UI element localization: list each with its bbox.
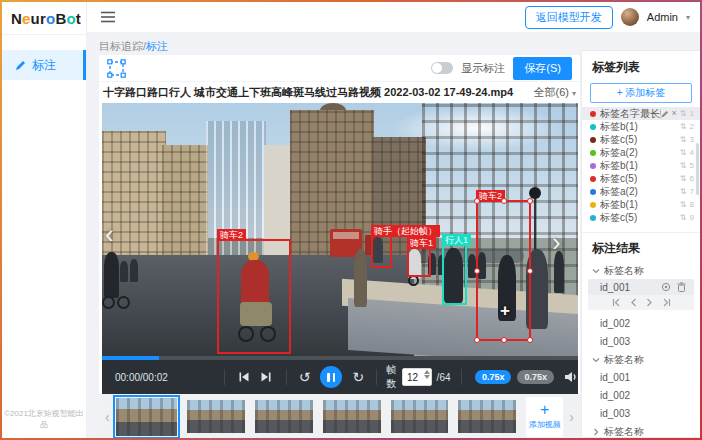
result-group-header[interactable]: 标签名称 bbox=[582, 352, 700, 367]
volume-icon[interactable] bbox=[564, 371, 578, 383]
frame-stepper[interactable] bbox=[424, 370, 430, 379]
video-frame-image[interactable]: 骑车2 骑手（起始帧） 骑车1 行人1 骑车2 bbox=[102, 103, 578, 356]
rewind-10-icon[interactable]: ↺ bbox=[299, 369, 311, 385]
result-group-header[interactable]: 标签名称 bbox=[582, 263, 700, 278]
prev-icon[interactable] bbox=[630, 298, 637, 307]
video-thumbnail-selected[interactable] bbox=[116, 398, 178, 436]
step-down-icon[interactable] bbox=[424, 375, 430, 379]
label-list-item[interactable]: 标签b(1) ⇅2 bbox=[582, 120, 700, 133]
sort-icon[interactable]: ⇅ bbox=[680, 174, 687, 183]
sort-icon[interactable]: ⇅ bbox=[680, 213, 687, 222]
sort-icon[interactable]: ⇅ bbox=[680, 122, 687, 131]
result-item[interactable]: id_001 bbox=[582, 369, 700, 385]
annotation-box[interactable]: 骑手（起始帧） bbox=[371, 235, 392, 268]
add-label-button[interactable]: + 添加标签 bbox=[590, 83, 692, 103]
label-name: 标签名字最长数... bbox=[600, 107, 661, 121]
label-list-item[interactable]: 标签b(1) ⇅8 bbox=[582, 198, 700, 211]
speed-button-active[interactable]: 0.75x bbox=[475, 370, 512, 384]
back-to-model-dev-button[interactable]: 返回模型开发 bbox=[525, 6, 613, 29]
forward-10-icon[interactable]: ↻ bbox=[352, 369, 364, 385]
save-button[interactable]: 保存(S) bbox=[513, 57, 572, 80]
prev-frame-button[interactable] bbox=[238, 371, 250, 383]
scene-person bbox=[354, 249, 367, 307]
app-window: NeuroBot 标注 ©2021北京矩视智能出品 返回模型开发 Admin ▾… bbox=[0, 0, 702, 440]
sort-icon[interactable]: ⇅ bbox=[680, 187, 687, 196]
result-item[interactable]: id_002 bbox=[582, 315, 700, 331]
toggle-knob bbox=[432, 63, 442, 73]
logo-part: e bbox=[22, 10, 31, 27]
crosshair-cursor: + bbox=[500, 301, 510, 321]
label-name: 标签a(2) bbox=[600, 146, 638, 160]
username[interactable]: Admin bbox=[647, 11, 678, 23]
prev-frame-arrow[interactable]: ‹ bbox=[105, 221, 114, 247]
result-item-selected[interactable]: id_001 bbox=[588, 279, 694, 295]
trash-icon[interactable] bbox=[677, 282, 686, 292]
video-thumbnail[interactable] bbox=[391, 400, 449, 433]
breadcrumb-current[interactable]: 标注 bbox=[146, 40, 168, 52]
resize-handle[interactable] bbox=[527, 198, 533, 204]
resize-handle[interactable] bbox=[527, 268, 533, 274]
label-list-item[interactable]: 标签c(5) ⇅3 bbox=[582, 133, 700, 146]
edit-icon[interactable] bbox=[661, 110, 669, 118]
video-title: 十字路口路口行人 城市交通上下班高峰斑马线过马路视频 2022-03-02 17… bbox=[103, 85, 513, 100]
label-list-item[interactable]: 标签b(1) ⇅5 bbox=[582, 159, 700, 172]
delete-icon[interactable]: × bbox=[672, 109, 677, 118]
video-thumbnail[interactable] bbox=[323, 400, 381, 433]
next-icon[interactable] bbox=[646, 298, 653, 307]
resize-handle[interactable] bbox=[474, 337, 480, 343]
sort-icon[interactable]: ⇅ bbox=[680, 109, 687, 118]
resize-handle[interactable] bbox=[527, 337, 533, 343]
rect-select-tool[interactable] bbox=[107, 59, 126, 78]
annotation-box[interactable]: 骑车1 bbox=[407, 247, 431, 277]
video-thumbnail[interactable] bbox=[255, 400, 313, 433]
avatar[interactable] bbox=[621, 8, 639, 26]
resize-handle[interactable] bbox=[474, 198, 480, 204]
last-frame-icon[interactable] bbox=[662, 298, 671, 307]
label-name: 标签b(1) bbox=[600, 198, 638, 212]
sort-icon[interactable]: ⇅ bbox=[680, 135, 687, 144]
label-list-item[interactable]: 标签名字最长数... × ⇅ 1 bbox=[582, 107, 700, 120]
label-list-item[interactable]: 标签c(5) ⇅6 bbox=[582, 172, 700, 185]
resize-handle[interactable] bbox=[501, 198, 507, 204]
annotation-box[interactable]: 行人1 bbox=[442, 244, 467, 305]
result-item[interactable]: id_003 bbox=[582, 333, 700, 349]
first-frame-icon[interactable] bbox=[612, 298, 621, 307]
sidebar-item-annotate[interactable]: 标注 bbox=[2, 50, 86, 80]
sort-icon[interactable]: ⇅ bbox=[680, 161, 687, 170]
scene-bus-windows bbox=[333, 232, 359, 239]
next-frame-arrow[interactable]: › bbox=[552, 229, 561, 255]
annotation-box[interactable]: 骑车2 bbox=[217, 239, 291, 354]
label-list-item[interactable]: 标签c(5) ⇅9 bbox=[582, 211, 700, 224]
filter-dropdown[interactable]: 全部(6) ▾ bbox=[533, 85, 576, 100]
result-item[interactable]: id_002 bbox=[582, 387, 700, 403]
video-controls: 00:00/00:02 ↺ ↻ 帧 bbox=[102, 360, 578, 394]
sort-icon[interactable]: ⇅ bbox=[680, 148, 687, 157]
scene-person bbox=[120, 261, 128, 282]
strip-next-arrow[interactable]: › bbox=[563, 409, 580, 425]
label-index: 5 bbox=[690, 161, 694, 170]
label-index: 1 bbox=[690, 109, 694, 118]
label-index: 4 bbox=[690, 148, 694, 157]
resize-handle[interactable] bbox=[501, 337, 507, 343]
scrollbar[interactable] bbox=[696, 143, 699, 195]
show-annotation-toggle[interactable] bbox=[431, 62, 453, 74]
label-list-item[interactable]: 标签a(2) ⇅4 bbox=[582, 146, 700, 159]
pause-button[interactable] bbox=[320, 366, 342, 388]
result-group-header-collapsed[interactable]: 标签名称 bbox=[582, 424, 700, 439]
resize-handle[interactable] bbox=[474, 268, 480, 274]
label-index: 7 bbox=[690, 187, 694, 196]
label-list-item[interactable]: 标签a(2) ⇅7 bbox=[582, 185, 700, 198]
strip-prev-arrow[interactable]: ‹ bbox=[99, 409, 116, 425]
speed-button[interactable]: 0.75x bbox=[517, 370, 554, 384]
video-thumbnail[interactable] bbox=[187, 400, 245, 433]
result-item[interactable]: id_003 bbox=[582, 405, 700, 421]
step-up-icon[interactable] bbox=[424, 370, 430, 374]
visibility-icon[interactable] bbox=[661, 282, 671, 292]
next-frame-button[interactable] bbox=[260, 371, 272, 383]
video-thumbnail[interactable] bbox=[458, 400, 516, 433]
label-name: 标签b(1) bbox=[600, 120, 638, 134]
sort-icon[interactable]: ⇅ bbox=[680, 200, 687, 209]
menu-fold-icon[interactable] bbox=[101, 11, 115, 23]
add-video-button[interactable]: + 添加视频 bbox=[526, 397, 563, 437]
breadcrumb-parent[interactable]: 目标追踪 bbox=[99, 40, 143, 52]
